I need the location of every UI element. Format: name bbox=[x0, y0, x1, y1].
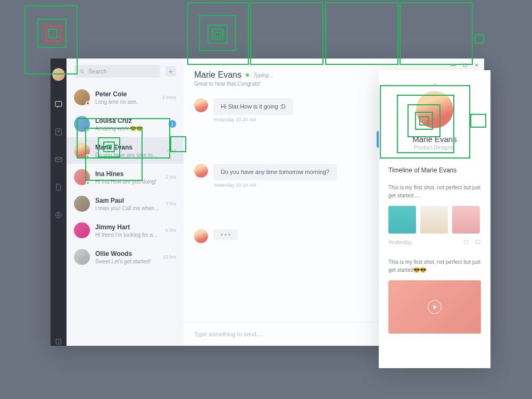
contact-name: Sam Paul bbox=[95, 197, 160, 204]
profile-panel: ⌄ Marie Evans Product Designer Timeline … bbox=[379, 70, 491, 368]
avatar bbox=[74, 196, 90, 212]
search-icon bbox=[79, 69, 85, 74]
message-preview: Sweet.Let's get started! bbox=[95, 259, 157, 264]
avatar bbox=[194, 164, 208, 178]
online-indicator bbox=[246, 73, 249, 77]
profile-avatar bbox=[416, 91, 453, 128]
message-preview: Do you have any time to... bbox=[95, 152, 162, 158]
message-preview: Long time no see. bbox=[95, 99, 156, 105]
avatar bbox=[74, 222, 90, 238]
post-timestamp: Yesterday bbox=[388, 239, 412, 245]
message-preview: Hi there.I'm looking for a... bbox=[95, 232, 160, 238]
message-preview: Amazing work😎😎 bbox=[95, 126, 163, 131]
timeline-meta: Yesterday bbox=[388, 239, 481, 245]
contact-name: Ollie Woods bbox=[95, 250, 157, 257]
search-placeholder: Search bbox=[88, 68, 107, 74]
typing-indicator: Typing... bbox=[253, 72, 273, 78]
conversation-item[interactable]: Jimmy HartHi there.I'm looking for a... … bbox=[66, 217, 184, 244]
avatar bbox=[194, 229, 208, 243]
contact-name: Jimmy Hart bbox=[95, 223, 160, 231]
thumbnail[interactable] bbox=[388, 206, 416, 234]
timestamp: 10 hrs bbox=[163, 254, 176, 260]
close-button[interactable]: × bbox=[473, 62, 480, 68]
typing-bubble bbox=[213, 229, 238, 240]
contact-name: Marie Evans bbox=[95, 144, 162, 151]
thumbnail[interactable] bbox=[420, 206, 448, 234]
minimize-button[interactable]: — bbox=[450, 62, 456, 68]
svg-point-5 bbox=[57, 214, 60, 216]
collapse-icon[interactable]: ⌄ bbox=[388, 80, 481, 86]
comment-icon[interactable] bbox=[475, 239, 481, 245]
contact-name: Ina Hines bbox=[95, 170, 160, 178]
current-user-avatar[interactable] bbox=[52, 68, 65, 81]
avatar bbox=[74, 143, 90, 159]
message-preview: Hi Ina.How are you doing! bbox=[95, 179, 160, 185]
conversation-item[interactable]: Ina HinesHi Ina.How are you doing! 2 hrs bbox=[66, 164, 184, 190]
avatar bbox=[74, 249, 90, 265]
conversation-item[interactable]: Peter ColeLong time no see. 2 mins bbox=[66, 84, 184, 111]
unread-badge: 1 bbox=[169, 120, 176, 128]
message-bubble: Hi Star.How is it going :D bbox=[213, 98, 293, 115]
settings-icon[interactable] bbox=[54, 211, 63, 219]
conversations-panel: Search + Peter ColeLong time no see. 2 m… bbox=[66, 59, 184, 346]
svg-point-4 bbox=[56, 212, 62, 218]
svg-rect-11 bbox=[476, 240, 480, 244]
conversation-item[interactable]: Louisa CruzAmazing work😎😎 1 bbox=[66, 111, 184, 137]
search-input[interactable]: Search bbox=[74, 65, 160, 78]
svg-point-7 bbox=[80, 69, 84, 72]
nav-sidebar bbox=[51, 59, 66, 346]
contact-name: Peter Cole bbox=[95, 90, 156, 98]
timeline-post-text: This is my first shot, not perfect but j… bbox=[388, 184, 481, 200]
timeline-title: Timeline of Marie Evans bbox=[388, 167, 481, 174]
profile-role: Product Designer bbox=[388, 145, 481, 151]
chat-icon[interactable] bbox=[54, 100, 63, 109]
contact-name: Louisa Cruz bbox=[95, 117, 163, 124]
avatar bbox=[74, 89, 90, 105]
timestamp: 3 hrs bbox=[165, 201, 176, 206]
heart-icon[interactable] bbox=[463, 239, 469, 245]
timeline-video-thumbnail[interactable] bbox=[388, 280, 481, 334]
conversation-item[interactable]: Marie EvansDo you have any time to... no… bbox=[66, 137, 184, 164]
avatar bbox=[74, 169, 90, 185]
file-icon[interactable] bbox=[54, 183, 63, 192]
timestamp: now bbox=[167, 148, 176, 153]
profile-name: Marie Evans bbox=[388, 135, 481, 144]
avatar bbox=[194, 98, 208, 112]
timestamp: 5 hrs bbox=[165, 228, 176, 233]
thumbnail[interactable] bbox=[452, 206, 480, 234]
timestamp: 2 mins bbox=[162, 95, 176, 100]
timestamp: 2 hrs bbox=[165, 174, 176, 180]
window-controls: — □ × bbox=[450, 62, 480, 68]
conversation-item[interactable]: Sam PaulI miss you! Call me when... 3 hr… bbox=[66, 190, 184, 217]
play-icon bbox=[428, 300, 442, 314]
avatar bbox=[74, 116, 90, 132]
timeline-thumbnails bbox=[388, 206, 481, 234]
svg-rect-0 bbox=[55, 102, 62, 106]
message-bubble: Do you have any time tomorrow morning? bbox=[213, 164, 337, 180]
conversation-list: Peter ColeLong time no see. 2 mins Louis… bbox=[66, 84, 184, 346]
svg-rect-3 bbox=[55, 157, 62, 162]
logout-icon[interactable] bbox=[54, 337, 63, 346]
timeline-post-text: This is my first shot, not perfect but j… bbox=[388, 258, 481, 274]
chat-contact-name: Marie Evans bbox=[194, 70, 242, 80]
new-chat-button[interactable]: + bbox=[165, 66, 176, 77]
contacts-icon[interactable] bbox=[54, 128, 63, 136]
mail-icon[interactable] bbox=[54, 155, 63, 164]
message-preview: I miss you! Call me when... bbox=[95, 205, 160, 211]
conversation-item[interactable]: Ollie WoodsSweet.Let's get started! 10 h… bbox=[66, 244, 184, 270]
svg-point-2 bbox=[58, 130, 60, 132]
maximize-button[interactable]: □ bbox=[462, 62, 468, 68]
